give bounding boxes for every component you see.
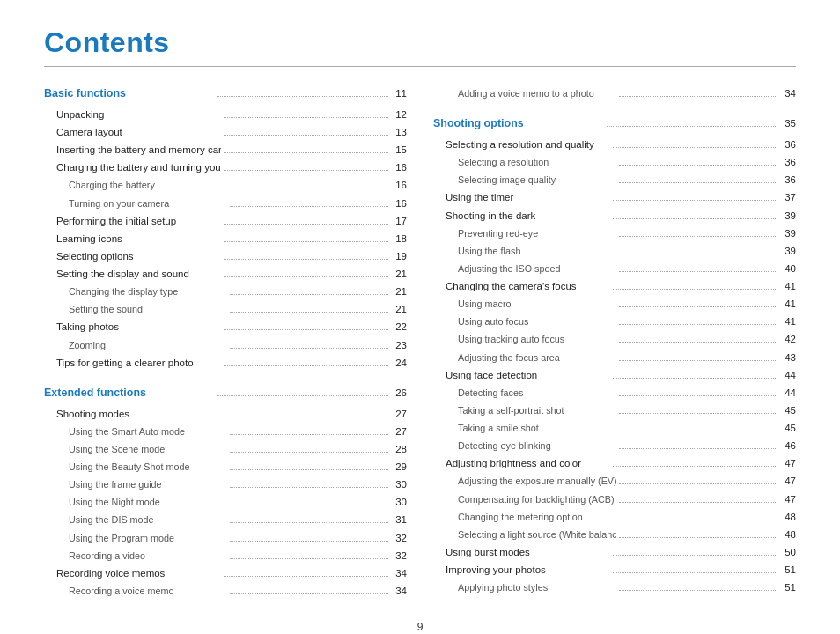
toc-dots [230, 522, 388, 523]
toc-item-label: Detecting faces [433, 385, 616, 402]
toc-page-number: 23 [391, 336, 407, 354]
toc-page-number: 16 [391, 195, 407, 212]
spacer [44, 372, 407, 384]
toc-item-label: Camera layout [44, 123, 221, 141]
toc-dots [230, 312, 388, 313]
toc-dots [619, 236, 777, 237]
toc-dots [224, 365, 388, 366]
toc-page-number: 40 [780, 260, 796, 277]
toc-item-label: Shooting modes [44, 405, 221, 423]
toc-item-label: Selecting a light source (White balance) [433, 527, 616, 543]
toc-page-number: 28 [391, 440, 407, 458]
toc-row: Taking a smile shot45 [433, 419, 796, 437]
toc-row: Using tracking auto focus42 [433, 330, 796, 348]
toc-row: Taking photos22 [44, 318, 407, 335]
toc-page-number: 30 [391, 476, 407, 493]
toc-dots [230, 294, 388, 295]
toc-dots [230, 558, 388, 559]
toc-item-label: Learning icons [44, 230, 221, 247]
toc-row: Recording a video32 [44, 547, 407, 564]
toc-dots [230, 188, 388, 188]
toc-row: Changing the metering option48 [433, 508, 796, 526]
toc-page-number: 26 [391, 384, 407, 402]
toc-row: Charging the battery and turning your ca… [44, 158, 407, 176]
toc-item-label: Recording a voice memo [44, 583, 227, 600]
toc-page-number: 21 [391, 265, 407, 283]
toc-row: Setting the display and sound21 [44, 265, 407, 283]
toc-item-label: Changing the camera's focus [433, 277, 610, 295]
toc-item-label: Using the Beauty Shot mode [44, 459, 227, 476]
toc-dots [613, 378, 777, 379]
page-number: 9 [417, 621, 424, 633]
toc-columns: Basic functions11Unpacking12Camera layou… [44, 85, 796, 600]
toc-row: Detecting faces44 [433, 384, 796, 402]
toc-dots [613, 289, 777, 290]
toc-item-label: Applying photo styles [433, 579, 616, 596]
toc-dots [619, 483, 777, 484]
toc-item-label: Preventing red-eye [433, 225, 616, 242]
toc-row: Charging the battery16 [44, 176, 407, 194]
toc-item-label: Tips for getting a clearer photo [44, 354, 221, 372]
toc-row: Shooting options35 [433, 114, 796, 136]
toc-page-number: 22 [391, 318, 407, 335]
toc-row: Adding a voice memo to a photo34 [433, 85, 796, 102]
toc-page-number: 18 [391, 230, 407, 247]
toc-page-number: 35 [780, 114, 796, 132]
toc-dots [613, 218, 777, 219]
toc-page-number: 39 [780, 242, 796, 260]
toc-row: Adjusting the focus area43 [433, 349, 796, 366]
toc-item-label: Using tracking auto focus [433, 331, 616, 348]
toc-item-label: Using the DIS mode [44, 512, 227, 528]
toc-row: Tips for getting a clearer photo24 [44, 354, 407, 372]
toc-row: Using the Smart Auto mode27 [44, 423, 407, 440]
toc-dots [619, 395, 777, 396]
toc-page-number: 34 [780, 85, 796, 102]
toc-page-number: 31 [391, 511, 407, 528]
toc-dots [619, 360, 777, 361]
toc-dots [224, 259, 388, 260]
toc-item-label: Using the Scene mode [44, 441, 227, 458]
toc-item-label: Taking a self-portrait shot [433, 402, 616, 419]
toc-dots [619, 413, 777, 414]
toc-page-number: 21 [391, 300, 407, 318]
toc-item-label: Adjusting the ISO speed [433, 261, 616, 277]
toc-page-number: 11 [391, 85, 407, 102]
toc-page-number: 39 [780, 225, 796, 242]
toc-dots [619, 537, 777, 538]
toc-page-number: 16 [391, 158, 407, 176]
toc-dots [613, 466, 777, 467]
toc-page-number: 36 [780, 171, 796, 188]
toc-page-number: 34 [391, 564, 407, 582]
toc-item-label: Recording a video [44, 548, 227, 564]
toc-page-number: 47 [780, 490, 796, 508]
toc-row: Using the Night mode30 [44, 493, 407, 511]
toc-page-number: 27 [391, 423, 407, 440]
toc-item-label: Taking a smile shot [433, 420, 616, 437]
toc-dots [224, 170, 388, 171]
page-footer: 9 [44, 621, 796, 633]
toc-row: Camera layout13 [44, 123, 407, 141]
toc-item-label: Selecting image quality [433, 172, 616, 188]
toc-page-number: 48 [780, 526, 796, 543]
toc-row: Learning icons18 [44, 230, 407, 247]
toc-dots [230, 505, 388, 505]
toc-page-number: 16 [391, 176, 407, 194]
toc-item-label: Using burst modes [433, 543, 610, 561]
section-heading: Extended functions [44, 384, 215, 403]
toc-item-label: Using auto focus [433, 313, 616, 330]
toc-item-label: Taking photos [44, 318, 221, 335]
toc-item-label: Using the frame guide [44, 476, 227, 493]
toc-item-label: Using the flash [433, 243, 616, 260]
toc-page-number: 32 [391, 529, 407, 547]
toc-row: Using the Program mode32 [44, 529, 407, 547]
toc-row: Using face detection44 [433, 366, 796, 384]
title-divider [44, 66, 796, 67]
toc-page-number: 37 [780, 188, 796, 206]
toc-row: Adjusting the exposure manually (EV)47 [433, 472, 796, 490]
toc-item-label: Recording voice memos [44, 564, 221, 582]
toc-item-label: Compensating for backlighting (ACB) [433, 491, 616, 508]
toc-row: Recording voice memos34 [44, 564, 407, 582]
toc-dots [613, 200, 777, 201]
toc-row: Using the Scene mode28 [44, 440, 407, 458]
toc-item-label: Selecting a resolution [433, 154, 616, 171]
